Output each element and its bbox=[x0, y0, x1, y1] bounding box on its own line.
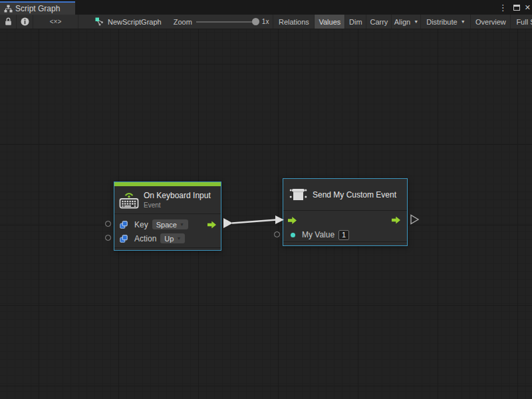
close-icon[interactable]: ✕ bbox=[525, 4, 531, 11]
chevron-down-icon: ▼ bbox=[414, 19, 418, 24]
value-port-dot-icon bbox=[291, 233, 295, 237]
distribute-button[interactable]: Distribute▼ bbox=[421, 15, 471, 29]
lock-button[interactable] bbox=[0, 15, 17, 29]
key-dropdown[interactable]: Space ▼ bbox=[152, 219, 188, 229]
connection-start-arrow bbox=[223, 218, 233, 228]
overview-button[interactable]: Overview bbox=[471, 15, 511, 29]
fullscreen-button[interactable]: Full S bbox=[511, 15, 532, 29]
graph-name: NewScriptGraph bbox=[108, 18, 162, 26]
flow-continue-arrow-icon[interactable] bbox=[411, 215, 418, 224]
connection-layer bbox=[0, 29, 532, 399]
script-graph-window: Script Graph ⋮ ✕ <×> bbox=[0, 0, 532, 399]
lock-icon bbox=[5, 17, 12, 26]
action-dropdown[interactable]: Up ▼ bbox=[160, 233, 185, 243]
graph-toolbar: <×> NewScriptGraph Zoom 1x Relations Val… bbox=[0, 15, 532, 29]
kebab-menu-icon[interactable]: ⋮ bbox=[497, 3, 509, 12]
connection-wire[interactable] bbox=[232, 220, 277, 223]
node-title: Send My Custom Event bbox=[313, 190, 396, 200]
my-value-input[interactable]: 1 bbox=[338, 230, 349, 240]
info-icon bbox=[21, 17, 29, 26]
node-title: On Keyboard Input bbox=[144, 191, 211, 200]
port-label: Key bbox=[134, 220, 148, 229]
enum-value-icon bbox=[120, 235, 128, 243]
dim-button[interactable]: Dim bbox=[345, 15, 366, 29]
info-button[interactable] bbox=[17, 15, 33, 29]
flow-input-arrow-icon[interactable] bbox=[288, 217, 297, 224]
port-row-flow bbox=[283, 213, 407, 227]
input-port-my-value[interactable] bbox=[274, 231, 280, 237]
port-row-action: Action Up ▼ bbox=[114, 231, 221, 245]
flow-output-arrow-icon[interactable] bbox=[392, 217, 400, 224]
values-button[interactable]: Values bbox=[315, 15, 345, 29]
custom-event-icon bbox=[289, 185, 308, 204]
node-subtitle: Event bbox=[144, 201, 211, 209]
input-port-action[interactable] bbox=[105, 235, 111, 241]
hierarchy-icon bbox=[4, 5, 13, 13]
enum-value-icon bbox=[120, 221, 128, 229]
chevron-down-icon: ▼ bbox=[461, 19, 466, 24]
maximize-icon[interactable] bbox=[513, 5, 520, 11]
graph-asset-button[interactable]: NewScriptGraph bbox=[95, 17, 162, 26]
align-button[interactable]: Align▼ bbox=[392, 15, 421, 29]
flow-output-arrow-icon[interactable] bbox=[207, 221, 216, 228]
chevron-down-icon: ▼ bbox=[180, 222, 184, 227]
zoom-label: Zoom bbox=[174, 18, 192, 26]
node-on-keyboard-input[interactable]: On Keyboard Input Event Key Space ▼ bbox=[114, 182, 221, 251]
toolbar-buttons: Relations Values Dim Carry Align▼ Distri… bbox=[273, 15, 532, 29]
relations-button[interactable]: Relations bbox=[273, 15, 315, 29]
input-port-key[interactable] bbox=[105, 221, 111, 227]
port-row-my-value: My Value 1 bbox=[283, 227, 407, 242]
zoom-slider-handle[interactable] bbox=[252, 18, 259, 25]
chevron-down-icon: ▼ bbox=[176, 236, 181, 241]
code-icon: <×> bbox=[50, 18, 62, 25]
node-send-my-custom-event[interactable]: Send My Custom Event My Value bbox=[283, 178, 408, 246]
port-label: Action bbox=[134, 234, 156, 243]
keyboard-icon bbox=[119, 191, 139, 209]
port-label: My Value bbox=[302, 230, 334, 239]
graph-canvas[interactable]: On Keyboard Input Event Key Space ▼ bbox=[0, 29, 532, 399]
zoom-value: 1x bbox=[262, 18, 269, 25]
tab-bar: Script Graph ⋮ ✕ bbox=[0, 0, 532, 15]
zoom-slider-track bbox=[196, 21, 259, 23]
tab-label: Script Graph bbox=[15, 4, 60, 13]
carry-button[interactable]: Carry bbox=[366, 15, 392, 29]
tab-script-graph[interactable]: Script Graph bbox=[0, 0, 75, 15]
script-graph-asset-icon bbox=[95, 17, 104, 26]
code-preview-button[interactable]: <×> bbox=[33, 15, 78, 29]
port-row-key: Key Space ▼ bbox=[114, 217, 221, 231]
zoom-slider[interactable] bbox=[196, 15, 259, 29]
